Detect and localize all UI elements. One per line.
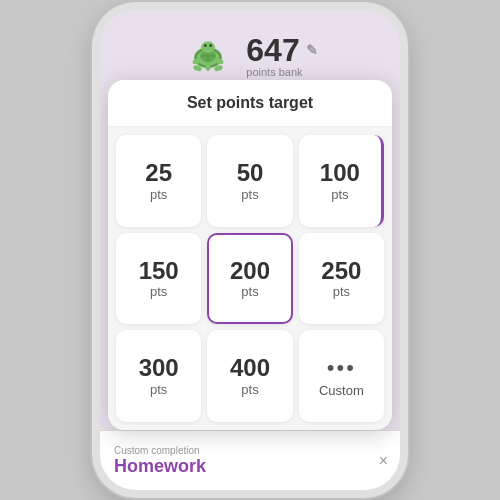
turtle-icon — [182, 30, 234, 82]
cell-pts-100: pts — [331, 187, 348, 202]
svg-point-7 — [210, 44, 213, 47]
points-option-300[interactable]: 300 pts — [116, 330, 201, 422]
points-option-400[interactable]: 400 pts — [207, 330, 292, 422]
points-option-25[interactable]: 25 pts — [116, 135, 201, 227]
modal-title: Set points target — [187, 94, 313, 111]
cell-number-400: 400 — [230, 355, 270, 381]
svg-point-5 — [201, 41, 215, 53]
points-info: 647 ✎ points bank — [246, 34, 317, 78]
close-button[interactable]: × — [379, 452, 388, 470]
completion-label: Custom completion — [114, 445, 386, 456]
phone-frame: 647 ✎ points bank Set points target 25 p… — [100, 10, 400, 490]
cell-number-150: 150 — [139, 258, 179, 284]
cell-pts-300: pts — [150, 382, 167, 397]
phone-screen: 647 ✎ points bank Set points target 25 p… — [100, 10, 400, 490]
cell-number-25: 25 — [145, 160, 172, 186]
points-grid: 25 pts 50 pts 100 pts 150 pts — [108, 127, 392, 430]
cell-number-50: 50 — [237, 160, 264, 186]
cell-pts-400: pts — [241, 382, 258, 397]
points-option-250[interactable]: 250 pts — [299, 233, 384, 325]
cell-pts-250: pts — [333, 284, 350, 299]
points-display: 647 ✎ — [246, 34, 317, 66]
cell-pts-200: pts — [241, 284, 258, 299]
edit-icon[interactable]: ✎ — [306, 43, 318, 57]
cell-number-250: 250 — [321, 258, 361, 284]
points-option-100[interactable]: 100 pts — [299, 135, 384, 227]
points-value: 647 — [246, 34, 299, 66]
homework-title: Homework — [114, 456, 386, 477]
cell-number-200: 200 — [230, 258, 270, 284]
modal-title-bar: Set points target — [108, 80, 392, 127]
cell-number-300: 300 — [139, 355, 179, 381]
svg-point-6 — [204, 44, 207, 47]
bottom-bar: Custom completion Homework × — [100, 430, 400, 490]
svg-point-12 — [206, 64, 211, 71]
cell-pts-25: pts — [150, 187, 167, 202]
points-option-custom[interactable]: ••• Custom — [299, 330, 384, 422]
custom-dots-icon: ••• — [327, 355, 356, 381]
cell-number-100: 100 — [320, 160, 360, 186]
cell-pts-50: pts — [241, 187, 258, 202]
points-option-150[interactable]: 150 pts — [116, 233, 201, 325]
cell-pts-150: pts — [150, 284, 167, 299]
set-points-modal: Set points target 25 pts 50 pts 100 pts — [108, 80, 392, 430]
custom-label: Custom — [319, 383, 364, 398]
header-area: 647 ✎ points bank — [100, 10, 400, 90]
points-option-200[interactable]: 200 pts — [207, 233, 292, 325]
points-option-50[interactable]: 50 pts — [207, 135, 292, 227]
points-bank-label: points bank — [246, 66, 302, 78]
